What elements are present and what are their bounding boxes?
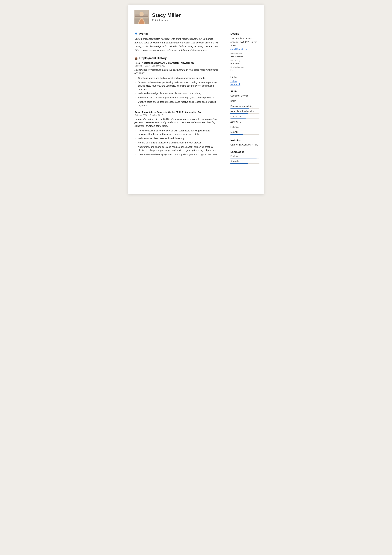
lang-bar-bg-0 (230, 158, 259, 159)
detail-birth-value: San Antonio (230, 55, 259, 58)
list-item: Enforce policies regarding payment and e… (138, 96, 220, 100)
skill-bar-bg-1 (230, 103, 259, 103)
header-info: Stacy Miller Retail Assistant (152, 12, 181, 22)
details-section: Details 1515 Pacific Ave, Los Angeles, C… (230, 32, 259, 71)
links-section-title: Links (230, 76, 259, 79)
skill-name-4: FreshSales (230, 115, 259, 118)
skill-name-3: Financial Administration (230, 110, 259, 113)
skill-name-0: Customer Service (230, 95, 259, 97)
skill-bar-fill-1 (230, 103, 250, 103)
link-twitter[interactable]: Twitter (230, 80, 259, 83)
detail-driving-value: Full (230, 69, 259, 71)
skill-bar-fill-3 (230, 113, 248, 114)
skill-item-5: Zoho CRM (230, 121, 259, 124)
hobbies-text: Gardening, Cooking, Hiking (230, 143, 259, 146)
skills-section: Skills Customer Service Sales Display Me… (230, 90, 259, 135)
skill-bar-bg-5 (230, 124, 259, 124)
list-item: Provide excellent customer service with … (138, 129, 220, 136)
skill-bar-fill-7 (230, 134, 243, 135)
job-dates-2: October 2016 – October 2017 (135, 114, 220, 116)
job-bullets-2: Provide excellent customer service with … (135, 129, 220, 156)
job-bullets-1: Greet customers and find out what each c… (135, 76, 220, 107)
skill-name-5: Zoho CRM (230, 121, 259, 123)
detail-address: 1515 Pacific Ave, Los Angeles, CA 90291,… (230, 37, 259, 47)
hobbies-section-title: Hobbies (230, 139, 259, 142)
job-title-1: Retail Assistant at Newark Dollar Store,… (135, 61, 220, 64)
employment-section-title: 💼 Employment History (135, 57, 220, 60)
job-summary-1: Responsible for maintaining a $1,000 cas… (135, 68, 220, 75)
skill-bar-bg-2 (230, 108, 259, 109)
resume-header: Stacy Miller Retail Assistant (128, 5, 264, 28)
skill-item-2: Display Merchandising (230, 105, 259, 109)
skill-bar-fill-5 (230, 124, 245, 124)
lang-item-1: Spanish (230, 160, 259, 164)
details-section-title: Details (230, 32, 259, 35)
svg-point-4 (140, 12, 144, 16)
profile-icon: 👤 (135, 32, 138, 35)
list-item: Handle all financial transactions and ma… (138, 141, 220, 145)
job-block-2: Retail Associate at Gardenia Outlet Mall… (135, 111, 220, 156)
skill-item-7: MS Office (230, 131, 259, 135)
detail-nationality-value: American (230, 62, 259, 65)
skill-name-2: Display Merchandising (230, 105, 259, 107)
detail-email[interactable]: email@email.com (230, 48, 259, 51)
skill-name-7: MS Office (230, 131, 259, 133)
links-section: Links Twitter Facebook (230, 76, 259, 86)
job-dates-1: December 2017 – January 2019 (135, 65, 220, 67)
skill-bar-fill-4 (230, 118, 246, 119)
profile-section: 👤 Profile Customer focused Retail Assist… (135, 32, 220, 52)
lang-item-0: English (230, 155, 259, 159)
detail-nationality-label: Nationality (230, 59, 259, 62)
candidate-subtitle: Retail Assistant (152, 19, 181, 22)
skill-item-3: Financial Administration (230, 110, 259, 114)
list-item: Maintain knowledge of current sale disco… (138, 92, 220, 95)
resume-body: 👤 Profile Customer focused Retail Assist… (128, 28, 264, 194)
skill-bar-fill-0 (230, 98, 251, 98)
list-item: Capture sales prices, total purchases an… (138, 100, 220, 107)
languages-section-title: Languages (230, 150, 259, 153)
list-item: Operate cash registers, performing tasks… (138, 81, 220, 91)
skill-item-6: HubSpot (230, 126, 259, 129)
skill-item-4: FreshSales (230, 115, 259, 119)
detail-birth-label: Place of birth (230, 52, 259, 55)
lang-bar-bg-1 (230, 163, 259, 164)
skill-name-1: Sales (230, 100, 259, 102)
skill-item-0: Customer Service (230, 95, 259, 98)
job-summary-2: Increased monthly sales by 100%, after f… (135, 117, 220, 128)
candidate-name: Stacy Miller (152, 12, 181, 18)
link-facebook[interactable]: Facebook (230, 83, 259, 86)
hobbies-section: Hobbies Gardening, Cooking, Hiking (230, 139, 259, 146)
lang-name-1: Spanish (230, 160, 259, 163)
profile-text: Customer focused Retail Assistant with e… (135, 37, 220, 52)
skill-bar-bg-3 (230, 113, 259, 114)
skill-bar-bg-6 (230, 129, 259, 129)
skills-section-title: Skills (230, 90, 259, 93)
list-item: Answer inbound phone calls and handle qu… (138, 145, 220, 152)
list-item: Maintain store cleanliness and track inv… (138, 137, 220, 140)
employment-section: 💼 Employment History Retail Assistant at… (135, 57, 220, 156)
list-item: Greet customers and find out what each c… (138, 76, 220, 80)
resume-container: Stacy Miller Retail Assistant 👤 Profile … (128, 5, 264, 194)
lang-bar-fill-1 (230, 163, 248, 164)
lang-name-0: English (230, 155, 259, 157)
employment-icon: 💼 (135, 57, 138, 60)
job-block-1: Retail Assistant at Newark Dollar Store,… (135, 61, 220, 107)
skill-bar-fill-2 (230, 108, 249, 109)
sidebar-column: Details 1515 Pacific Ave, Los Angeles, C… (226, 28, 264, 189)
job-title-2: Retail Associate at Gardenia Outlet Mall… (135, 111, 220, 114)
avatar (135, 10, 149, 24)
list-item: Create merchandise displays and place su… (138, 153, 220, 156)
skill-name-6: HubSpot (230, 126, 259, 128)
skill-item-1: Sales (230, 100, 259, 103)
skill-bar-bg-7 (230, 134, 259, 135)
detail-driving-label: Driving license (230, 66, 259, 68)
lang-bar-fill-0 (230, 158, 257, 159)
main-column: 👤 Profile Customer focused Retail Assist… (128, 28, 226, 189)
svg-rect-2 (135, 16, 148, 17)
skill-bar-fill-6 (230, 129, 244, 129)
profile-section-title: 👤 Profile (135, 32, 220, 36)
languages-section: Languages English Spanish (230, 150, 259, 164)
skill-bar-bg-0 (230, 98, 259, 98)
skill-bar-bg-4 (230, 118, 259, 119)
